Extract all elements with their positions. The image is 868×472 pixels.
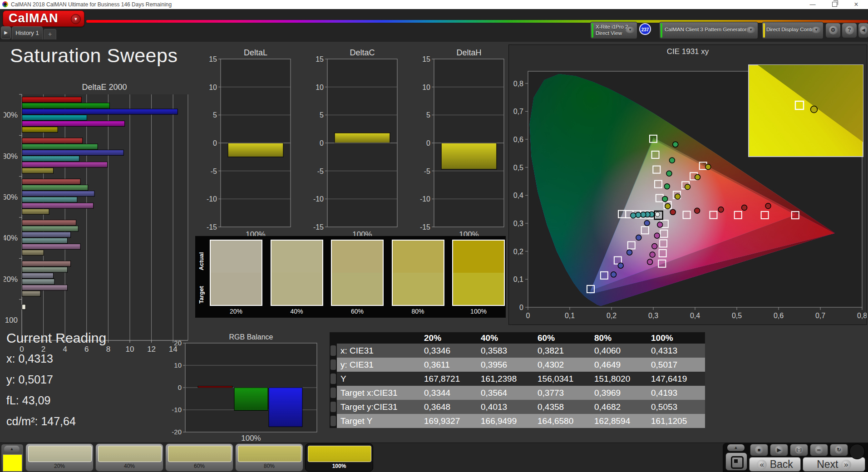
actual-swatch bbox=[332, 241, 383, 273]
reading-y: y: 0,5017 bbox=[6, 373, 106, 386]
svg-text:0: 0 bbox=[320, 139, 324, 147]
svg-text:0,5: 0,5 bbox=[732, 312, 742, 320]
single-measure-button[interactable]: [··] bbox=[790, 444, 808, 456]
deltae-bar-red bbox=[22, 179, 81, 184]
svg-text:10: 10 bbox=[126, 345, 134, 354]
svg-text:0,5: 0,5 bbox=[513, 164, 523, 172]
target-swatch bbox=[211, 273, 261, 305]
deltal-chart: DeltaL151050-5-10-15100% bbox=[200, 47, 294, 239]
svg-text:DeltaE 2000: DeltaE 2000 bbox=[82, 83, 127, 92]
help-button[interactable]: ? bbox=[842, 23, 857, 38]
pattern-swatch bbox=[308, 446, 371, 462]
table-cell: 0,4682 bbox=[592, 400, 648, 414]
pattern-corner-tile[interactable]: ▲ bbox=[1, 444, 24, 472]
status-dot bbox=[849, 444, 865, 459]
add-tab-button[interactable]: + bbox=[44, 29, 56, 39]
help-icon: ? bbox=[845, 26, 854, 34]
swatch-label: 60% bbox=[331, 308, 384, 315]
current-reading-block: Current Reading x: 0,4313 y: 0,5017 fL: … bbox=[6, 330, 106, 436]
display-control-dropdown[interactable]: Direct Display Control ▼ bbox=[762, 22, 824, 39]
transport-panel: ▲ ■ ▶ [··] ∞ ↻ « Back Next » bbox=[723, 443, 868, 472]
deltae-bar-green bbox=[22, 185, 88, 191]
cie-1931-chart: CIE 1931 xy000,10,10,20,20,30,30,40,40,5… bbox=[509, 45, 867, 324]
svg-text:0,8: 0,8 bbox=[513, 80, 523, 88]
measured-green bbox=[673, 142, 678, 147]
expand-up-icon[interactable]: ▲ bbox=[4, 446, 20, 452]
svg-text:100%: 100% bbox=[4, 111, 18, 119]
table-row: Target y:CIE310,36480,40130,43580,46820,… bbox=[330, 400, 705, 414]
tab-history-1[interactable]: History 1 bbox=[12, 26, 43, 39]
deltal-bar bbox=[228, 143, 283, 157]
minimize-button[interactable]: — bbox=[803, 0, 823, 9]
sync-icon: ↻ bbox=[835, 446, 843, 454]
rgb-bar-B bbox=[269, 388, 302, 427]
table-header: 100% bbox=[648, 332, 705, 344]
deltae-bar-magenta bbox=[22, 244, 81, 249]
row-label: Target y:CIE31 bbox=[337, 400, 421, 414]
pattern-generator-dropdown[interactable]: CalMAN Client 3 Pattern Generator ▼ bbox=[659, 22, 758, 39]
svg-text:DeltaH: DeltaH bbox=[456, 48, 481, 57]
table-cell: 0,3648 bbox=[421, 400, 478, 414]
svg-text:15: 15 bbox=[209, 55, 217, 63]
back-button[interactable]: « Back bbox=[749, 457, 801, 472]
table-cell: 0,5017 bbox=[648, 358, 705, 372]
deltae-bar-yellow bbox=[22, 209, 49, 214]
svg-text:5: 5 bbox=[320, 111, 324, 119]
meter-reading-badge[interactable]: 237 bbox=[639, 23, 651, 35]
measurement-table: 20%40%60%80%100%x: CIE310,33460,35830,38… bbox=[330, 332, 705, 428]
measured-cyan bbox=[631, 213, 636, 218]
continuous-measure-button[interactable]: ∞ bbox=[810, 444, 828, 456]
svg-text:DeltaC: DeltaC bbox=[350, 48, 375, 57]
pattern-button-40%[interactable]: 40% bbox=[95, 443, 163, 472]
svg-text:-15: -15 bbox=[313, 223, 324, 231]
measured-yellow bbox=[685, 184, 690, 190]
pattern-button-60%[interactable]: 60% bbox=[165, 443, 233, 472]
sync-button[interactable]: ↻ bbox=[830, 444, 848, 456]
svg-text:-10: -10 bbox=[313, 195, 324, 203]
pattern-button-20%[interactable]: 20% bbox=[25, 443, 94, 472]
deltae-bar-cyan bbox=[22, 279, 54, 285]
table-cell: 0,3611 bbox=[421, 358, 478, 372]
cie-1931-panel: CIE 1931 xy000,10,10,20,20,30,30,40,40,5… bbox=[508, 44, 867, 325]
measured-green bbox=[664, 184, 670, 189]
close-button[interactable]: × bbox=[846, 0, 866, 9]
settings-button[interactable]: ⚙ bbox=[825, 23, 841, 38]
pattern-label: 20% bbox=[26, 463, 93, 469]
table-cell: 0,4302 bbox=[535, 358, 592, 372]
stop-button[interactable]: ■ bbox=[750, 444, 768, 456]
collapse-panel-button[interactable]: ◀ bbox=[858, 23, 868, 38]
inset-measured-yellow bbox=[811, 106, 818, 113]
svg-text:10: 10 bbox=[209, 84, 217, 91]
pattern-swatch bbox=[168, 446, 232, 462]
svg-text:-5: -5 bbox=[211, 167, 217, 175]
pattern-button-100%[interactable]: 100% bbox=[305, 443, 373, 472]
measured-green bbox=[669, 157, 675, 163]
play-button[interactable]: ▶ bbox=[770, 444, 788, 456]
svg-text:CIE 1931 xy: CIE 1931 xy bbox=[667, 47, 709, 56]
deltae-bar-green bbox=[22, 226, 79, 231]
swatch-column-80% bbox=[392, 240, 444, 306]
svg-text:20: 20 bbox=[174, 339, 182, 347]
table-cell: 161,2398 bbox=[478, 372, 535, 386]
svg-text:-20: -20 bbox=[172, 428, 182, 436]
svg-text:0: 0 bbox=[213, 139, 217, 147]
svg-text:40%: 40% bbox=[4, 234, 18, 242]
swatch-column-40% bbox=[271, 240, 323, 306]
swatch-label: 20% bbox=[210, 308, 262, 315]
svg-text:0: 0 bbox=[178, 384, 182, 391]
calman-menu-button[interactable]: CalMAN ▼ bbox=[3, 10, 84, 27]
meter-dropdown[interactable]: X-Rite i1Pro 2 Direct View ▼ bbox=[590, 22, 637, 39]
expand-up-icon[interactable]: ▲ bbox=[727, 444, 745, 451]
restore-button[interactable] bbox=[824, 0, 844, 9]
pattern-button-80%[interactable]: 80% bbox=[235, 443, 303, 472]
row-label: Target Y bbox=[337, 414, 421, 428]
svg-text:15: 15 bbox=[316, 55, 324, 63]
tab-scroll-button[interactable]: ▶ bbox=[1, 26, 11, 39]
table-header: 80% bbox=[592, 332, 648, 344]
table-row: y: CIE310,36110,39560,43020,46490,5017 bbox=[330, 358, 705, 372]
frame-icon: [··] bbox=[795, 446, 803, 454]
stop-measure-button[interactable] bbox=[725, 452, 747, 471]
calman-logo: CalMAN bbox=[9, 11, 59, 25]
measured-green bbox=[666, 171, 672, 176]
deltae-bar-red bbox=[22, 97, 82, 103]
